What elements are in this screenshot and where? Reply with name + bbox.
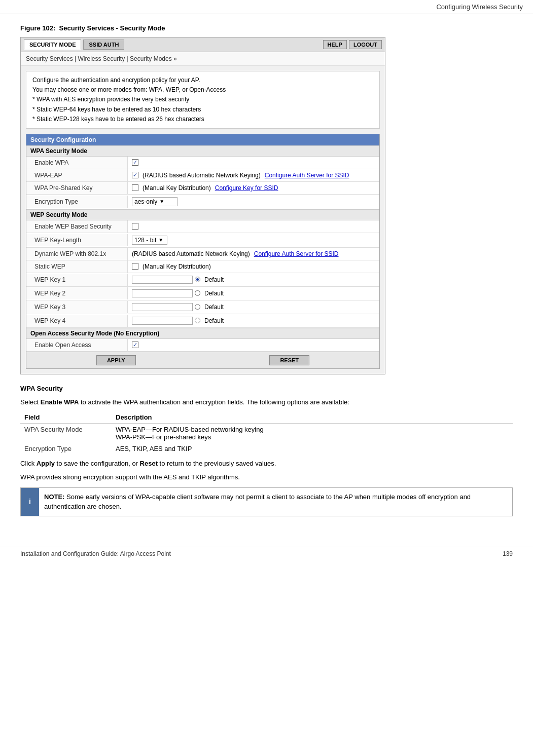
field-encryption-type: Encryption Type bbox=[20, 443, 112, 455]
wep-key2-value: Default bbox=[128, 287, 379, 300]
desc-encryption-type: AES, TKIP, AES and TKIP bbox=[112, 443, 513, 455]
dynamic-wep-row: Dynamic WEP with 802.1x (RADIUS based Au… bbox=[26, 248, 379, 260]
note-icon: i bbox=[21, 488, 39, 516]
wep-key4-radio[interactable] bbox=[195, 318, 200, 323]
wep-key2-default: Default bbox=[204, 290, 224, 297]
enable-open-access-value bbox=[128, 339, 379, 351]
table-row: Encryption Type AES, TKIP, AES and TKIP bbox=[20, 443, 513, 455]
enable-open-access-checkbox[interactable] bbox=[132, 342, 138, 348]
apply-text: Click Apply to save the configuration, o… bbox=[20, 459, 513, 469]
security-config-header: Security Configuration bbox=[26, 134, 379, 145]
static-wep-label: Static WEP bbox=[26, 260, 128, 273]
static-wep-checkbox[interactable] bbox=[132, 263, 138, 270]
infobox-line-2: You may choose one or more modes from: W… bbox=[32, 85, 373, 95]
enable-wep-row: Enable WEP Based Security bbox=[26, 220, 379, 233]
wpa-psk-text: (Manual Key Distribution) bbox=[143, 184, 211, 192]
help-button[interactable]: HELP bbox=[323, 40, 347, 49]
wpa-psk-value: (Manual Key Distribution) Configure Key … bbox=[128, 182, 379, 194]
info-box: Configure the authentication and encrypt… bbox=[26, 71, 380, 129]
wep-key4-row: WEP Key 4 Default bbox=[26, 314, 379, 328]
enable-open-access-label: Enable Open Access bbox=[26, 339, 128, 351]
wep-subsection-header: WEP Security Mode bbox=[26, 209, 379, 220]
apply-button[interactable]: APPLY bbox=[96, 355, 136, 365]
wep-key4-label: WEP Key 4 bbox=[26, 315, 128, 327]
field-wpa-security-mode: WPA Security Mode bbox=[20, 423, 112, 443]
wep-key2-label: WEP Key 2 bbox=[26, 287, 128, 299]
enable-wpa-label: Enable WPA bbox=[26, 157, 128, 169]
wpa-psk-checkbox[interactable] bbox=[132, 184, 138, 191]
main-content: Figure 102: Security Services - Security… bbox=[0, 14, 533, 537]
note-box: i NOTE: Some early versions of WPA-capab… bbox=[20, 487, 513, 516]
ui-topbar-actions: HELP LOGOUT bbox=[323, 40, 382, 49]
body-section: WPA Security Select Enable WPA to activa… bbox=[20, 384, 513, 516]
static-wep-value: (Manual Key Distribution) bbox=[128, 260, 379, 273]
wep-key3-value: Default bbox=[128, 300, 379, 314]
wep-key4-default: Default bbox=[204, 317, 224, 324]
wep-key2-radio[interactable] bbox=[195, 290, 200, 296]
static-wep-row: Static WEP (Manual Key Distribution) bbox=[26, 260, 379, 273]
logout-button[interactable]: LOGOUT bbox=[349, 40, 382, 49]
description-table: Field Description WPA Security Mode WPA-… bbox=[20, 411, 513, 455]
figure-caption: Figure 102: Security Services - Security… bbox=[20, 24, 513, 32]
encryption-type-select-value: aes-only bbox=[134, 198, 157, 205]
wep-keylength-label: WEP Key-Length bbox=[26, 234, 128, 246]
ui-topbar: SECURITY MODE SSID AUTH HELP LOGOUT bbox=[21, 37, 385, 52]
wpa-section-title: WPA Security bbox=[20, 385, 63, 392]
wpa-psk-link[interactable]: Configure Key for SSID bbox=[215, 184, 278, 192]
wep-key1-input[interactable] bbox=[132, 276, 193, 284]
wep-key4-value: Default bbox=[128, 314, 379, 327]
wpa-eap-value: (RADIUS based Automatic Network Keying) … bbox=[128, 169, 379, 181]
desc-line-2: WPA-PSK—For pre-shared keys bbox=[116, 433, 509, 441]
tab-security-mode[interactable]: SECURITY MODE bbox=[24, 40, 81, 50]
note-text: NOTE: Some early versions of WPA-capable… bbox=[39, 488, 512, 516]
wep-keylength-value: 128 - bit ▼ bbox=[128, 233, 379, 247]
infobox-line-1: Configure the authentication and encrypt… bbox=[32, 75, 373, 85]
wpa-eap-row: WPA-EAP (RADIUS based Automatic Network … bbox=[26, 169, 379, 182]
enable-wep-checkbox[interactable] bbox=[132, 223, 138, 230]
page-header-title: Configuring Wireless Security bbox=[436, 3, 523, 11]
wep-key1-label: WEP Key 1 bbox=[26, 274, 128, 286]
select-arrow-icon: ▼ bbox=[159, 199, 164, 204]
wep-key3-row: WEP Key 3 Default bbox=[26, 300, 379, 314]
wep-key1-row: WEP Key 1 Default bbox=[26, 273, 379, 287]
action-row: APPLY RESET bbox=[26, 352, 379, 368]
select-arrow-icon2: ▼ bbox=[158, 237, 163, 243]
encryption-type-label: Encryption Type bbox=[26, 196, 128, 208]
enable-wpa-checkbox[interactable] bbox=[132, 159, 138, 166]
wep-key1-radio[interactable] bbox=[195, 277, 200, 282]
page-footer: Installation and Configuration Guide: Ai… bbox=[0, 547, 533, 560]
infobox-line-4: * Static WEP-64 keys have to be entered … bbox=[32, 105, 373, 115]
wep-key2-input[interactable] bbox=[132, 289, 193, 297]
wpa-eap-link[interactable]: Configure Auth Server for SSID bbox=[265, 172, 349, 179]
wpa-intro: Select Enable WPA to activate the WPA au… bbox=[20, 397, 513, 407]
security-config-section: Security Configuration WPA Security Mode… bbox=[26, 134, 380, 369]
wep-key4-input[interactable] bbox=[132, 317, 193, 325]
desc-wpa-security-mode: WPA-EAP—For RADIUS-based networking keyi… bbox=[112, 423, 513, 443]
note-body: Some early versions of WPA-capable clien… bbox=[44, 493, 471, 511]
wpa-psk-row: WPA Pre-Shared Key (Manual Key Distribut… bbox=[26, 182, 379, 195]
encryption-type-value: aes-only ▼ bbox=[128, 195, 379, 209]
dynamic-wep-link[interactable]: Configure Auth Server for SSID bbox=[254, 250, 339, 257]
desc-line-1: WPA-EAP—For RADIUS-based networking keyi… bbox=[116, 426, 509, 433]
enable-wpa-row: Enable WPA bbox=[26, 157, 379, 169]
wep-keylength-select[interactable]: 128 - bit ▼ bbox=[132, 236, 167, 245]
footer-text: Installation and Configuration Guide: Ai… bbox=[20, 550, 171, 557]
wep-key3-radio[interactable] bbox=[195, 304, 200, 310]
wpa-psk-label: WPA Pre-Shared Key bbox=[26, 182, 128, 194]
wpa-eap-checkbox[interactable] bbox=[132, 172, 138, 178]
field-header: Field bbox=[20, 411, 112, 424]
wep-key3-input[interactable] bbox=[132, 303, 193, 311]
enable-wep-value bbox=[128, 220, 379, 232]
tab-ssid-auth[interactable]: SSID AUTH bbox=[83, 40, 124, 50]
open-access-subsection-header: Open Access Security Mode (No Encryption… bbox=[26, 328, 379, 339]
encryption-type-select[interactable]: aes-only ▼ bbox=[132, 197, 177, 206]
ui-tabs: SECURITY MODE SSID AUTH bbox=[24, 40, 124, 50]
reset-button[interactable]: RESET bbox=[269, 355, 309, 365]
infobox-line-3: * WPA with AES encryption provides the v… bbox=[32, 95, 373, 104]
wep-key3-label: WEP Key 3 bbox=[26, 301, 128, 313]
dynamic-wep-text: (RADIUS based Automatic Network Keying) bbox=[132, 250, 250, 257]
ui-frame: SECURITY MODE SSID AUTH HELP LOGOUT Secu… bbox=[20, 37, 385, 374]
wep-key1-default: Default bbox=[204, 276, 224, 283]
table-row: WPA Security Mode WPA-EAP—For RADIUS-bas… bbox=[20, 423, 513, 443]
wpa-eap-label: WPA-EAP bbox=[26, 169, 128, 181]
